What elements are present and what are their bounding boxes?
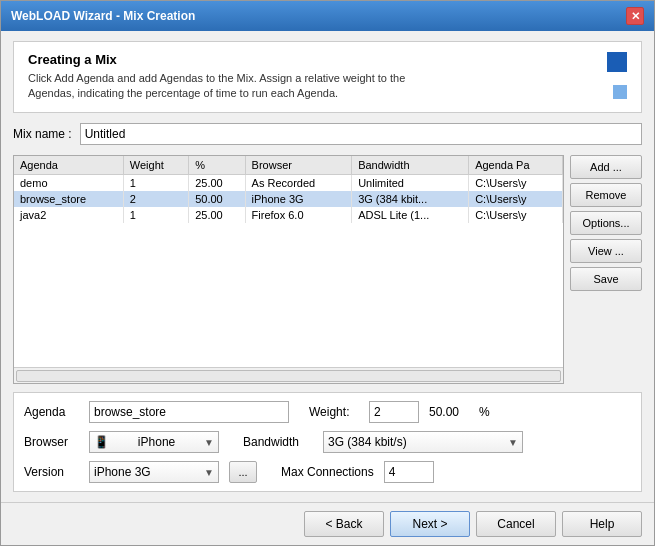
browser-select-value: iPhone [138, 435, 175, 449]
cell-weight: 1 [123, 207, 188, 223]
cell-percent: 25.00 [189, 174, 245, 191]
options-button[interactable]: Options... [570, 211, 642, 235]
agenda-table-area: Agenda Weight % Browser Bandwidth Agenda… [13, 155, 564, 384]
close-button[interactable]: ✕ [626, 7, 644, 25]
browser-label: Browser [24, 435, 79, 449]
header-text: Creating a Mix Click Add Agenda and add … [28, 52, 597, 102]
details-row-2: Browser 📱 iPhone ▼ Bandwidth 3G (384 kbi… [24, 431, 631, 453]
cell-bandwidth: Unlimited [352, 174, 469, 191]
percent-value: 50.00 [429, 405, 469, 419]
max-conn-label: Max Connections [281, 465, 374, 479]
cell-browser: As Recorded [245, 174, 352, 191]
details-row-3: Version iPhone 3G ▼ ... Max Connections [24, 461, 631, 483]
cell-browser: Firefox 6.0 [245, 207, 352, 223]
back-button[interactable]: < Back [304, 511, 384, 537]
details-row-1: Agenda Weight: 50.00 % [24, 401, 631, 423]
cell-browser: iPhone 3G [245, 191, 352, 207]
percent-sign: % [479, 405, 490, 419]
bandwidth-label: Bandwidth [243, 435, 313, 449]
weight-input[interactable] [369, 401, 419, 423]
col-bandwidth: Bandwidth [352, 156, 469, 175]
cell-agenda: browse_store [14, 191, 123, 207]
cell-weight: 2 [123, 191, 188, 207]
horizontal-scrollbar-row [14, 367, 563, 383]
action-buttons: Add ... Remove Options... View ... Save [570, 155, 642, 384]
view-button[interactable]: View ... [570, 239, 642, 263]
version-label: Version [24, 465, 79, 479]
max-conn-input[interactable] [384, 461, 434, 483]
version-select-value: iPhone 3G [94, 465, 151, 479]
cell-path: C:\Users\y [469, 191, 563, 207]
table-wrapper[interactable]: Agenda Weight % Browser Bandwidth Agenda… [14, 156, 563, 367]
browser-select[interactable]: 📱 iPhone ▼ [89, 431, 219, 453]
logo-dark-square [607, 52, 627, 72]
table-area-wrapper: Agenda Weight % Browser Bandwidth Agenda… [13, 155, 642, 384]
col-agendapa: Agenda Pa [469, 156, 563, 175]
table-row[interactable]: demo 1 25.00 As Recorded Unlimited C:\Us… [14, 174, 563, 191]
table-row[interactable]: java2 1 25.00 Firefox 6.0 ADSL Lite (1..… [14, 207, 563, 223]
iphone-icon: 📱 [94, 435, 109, 449]
details-section: Agenda Weight: 50.00 % Browser 📱 iPhone … [13, 392, 642, 492]
table-header-row: Agenda Weight % Browser Bandwidth Agenda… [14, 156, 563, 175]
col-agenda: Agenda [14, 156, 123, 175]
horizontal-scrollbar[interactable] [16, 370, 561, 382]
agenda-label: Agenda [24, 405, 79, 419]
header-title: Creating a Mix [28, 52, 597, 67]
add-button[interactable]: Add ... [570, 155, 642, 179]
cell-bandwidth: ADSL Lite (1... [352, 207, 469, 223]
mix-name-label: Mix name : [13, 127, 72, 141]
cancel-button[interactable]: Cancel [476, 511, 556, 537]
cell-agenda: java2 [14, 207, 123, 223]
bandwidth-dropdown-arrow: ▼ [508, 437, 518, 448]
cell-weight: 1 [123, 174, 188, 191]
bottom-bar: < Back Next > Cancel Help [1, 502, 654, 545]
agenda-value-input[interactable] [89, 401, 289, 423]
weight-label: Weight: [309, 405, 359, 419]
bandwidth-select[interactable]: 3G (384 kbit/s) ▼ [323, 431, 523, 453]
cell-agenda: demo [14, 174, 123, 191]
header-section: Creating a Mix Click Add Agenda and add … [13, 41, 642, 113]
next-button[interactable]: Next > [390, 511, 470, 537]
cell-path: C:\Users\y [469, 207, 563, 223]
save-button[interactable]: Save [570, 267, 642, 291]
agenda-table: Agenda Weight % Browser Bandwidth Agenda… [14, 156, 563, 223]
cell-percent: 25.00 [189, 207, 245, 223]
cell-bandwidth: 3G (384 kbit... [352, 191, 469, 207]
help-button[interactable]: Help [562, 511, 642, 537]
col-percent: % [189, 156, 245, 175]
cell-percent: 50.00 [189, 191, 245, 207]
col-weight: Weight [123, 156, 188, 175]
window-title: WebLOAD Wizard - Mix Creation [11, 9, 195, 23]
browse-button[interactable]: ... [229, 461, 257, 483]
version-select[interactable]: iPhone 3G ▼ [89, 461, 219, 483]
col-browser: Browser [245, 156, 352, 175]
header-desc: Click Add Agenda and add Agendas to the … [28, 71, 597, 102]
logo [607, 52, 627, 99]
main-window: WebLOAD Wizard - Mix Creation ✕ Creating… [0, 0, 655, 546]
main-content: Creating a Mix Click Add Agenda and add … [1, 31, 654, 502]
mix-name-input[interactable] [80, 123, 642, 145]
cell-path: C:\Users\y [469, 174, 563, 191]
browser-dropdown-arrow: ▼ [204, 437, 214, 448]
title-bar: WebLOAD Wizard - Mix Creation ✕ [1, 1, 654, 31]
version-dropdown-arrow: ▼ [204, 467, 214, 478]
table-row[interactable]: browse_store 2 50.00 iPhone 3G 3G (384 k… [14, 191, 563, 207]
logo-light-square [613, 85, 627, 99]
remove-button[interactable]: Remove [570, 183, 642, 207]
bandwidth-select-value: 3G (384 kbit/s) [328, 435, 407, 449]
mix-name-row: Mix name : [13, 121, 642, 147]
